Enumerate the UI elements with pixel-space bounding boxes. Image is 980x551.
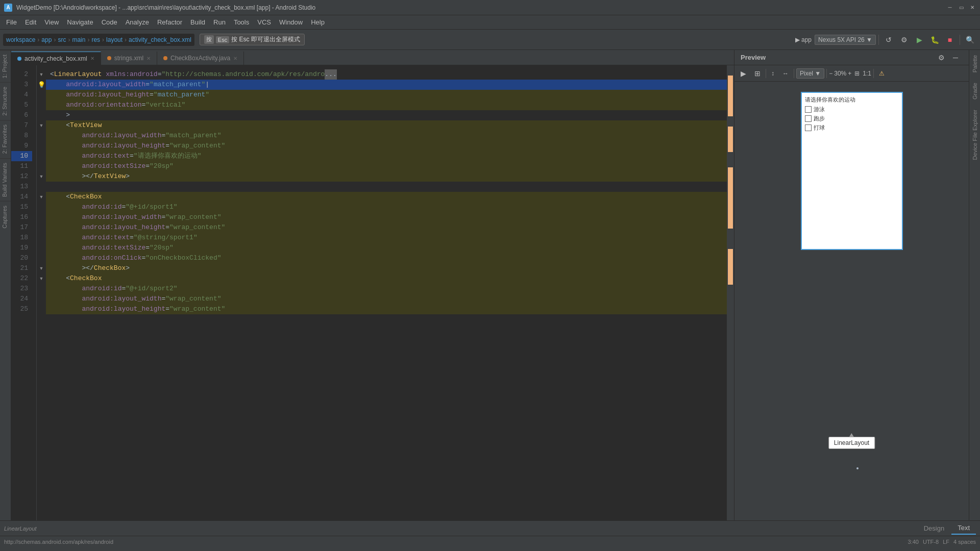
editor-tabs: activity_check_box.xml ✕ strings.xml ✕ C… [11,50,734,65]
window-controls: ─ ▭ ✕ [946,4,976,11]
preview-resize[interactable]: ↔ [779,69,792,78]
make-button[interactable]: ⚙ [897,33,911,47]
device-name: Nexus 5X API 26 [818,36,865,43]
tab-text[interactable]: Text [951,522,976,535]
app-icon: A [4,4,12,12]
tab-close-java[interactable]: ✕ [233,56,237,61]
tab-strings-xml[interactable]: strings.xml ✕ [101,52,157,65]
sidebar-item-build[interactable]: Build Variants [0,158,11,201]
sidebar-item-gradle[interactable]: Gradle [970,78,979,105]
status-url: http://schemas.android.com/apk/res/andro… [4,539,113,545]
phone-preview: 请选择你喜欢的运动 游泳 跑步 打球 [801,92,903,250]
bottom-breadcrumb: LinearLayout [4,525,37,532]
preview-checkbox-icon-1 [805,106,812,113]
layout-badge-label: LinearLayout [834,439,869,446]
debug-button[interactable]: 🐛 [927,33,942,47]
preview-checkbox-1: 游泳 [805,106,899,113]
maximize-button[interactable]: ▭ [958,4,965,11]
main-area: 1: Project 2: Structure 2: Favorites Bui… [0,50,980,520]
breadcrumb-app[interactable]: app [41,36,52,43]
zoom-out-button[interactable]: − [829,70,832,77]
code-line-5: android:orientation="vertical" [46,100,727,110]
menu-view[interactable]: View [40,17,63,27]
statusbar: http://schemas.android.com/apk/res/andro… [0,536,980,547]
preview-sep-4 [873,69,874,78]
code-line-24: android:layout_width="wrap_content" [46,294,727,304]
zoom-fit-button[interactable]: ⊞ [854,70,860,77]
menu-analyze[interactable]: Analyze [121,17,153,27]
breadcrumb-main[interactable]: main [72,36,85,43]
preview-sep-3 [826,69,827,78]
menu-code[interactable]: Code [97,17,121,27]
code-line-17: android:layout_height="wrap_content" [46,222,727,233]
preview-settings-button[interactable]: ⚙ [934,51,948,65]
breadcrumb: workspace › app › src › main › res › lay… [3,34,194,46]
menu-tools[interactable]: Tools [230,17,253,27]
tab-design[interactable]: Design [918,522,950,534]
breadcrumb-src[interactable]: src [58,36,66,43]
badge-arrow [849,433,854,437]
preview-close-button[interactable]: ─ [948,51,963,65]
sidebar-item-captures[interactable]: Captures [0,201,11,233]
zoom-in-button[interactable]: + [848,70,851,77]
status-indent: 4 spaces [953,539,976,545]
tab-activity-xml[interactable]: activity_check_box.xml ✕ [11,52,101,65]
minimize-button[interactable]: ─ [946,4,953,11]
breadcrumb-workspace[interactable]: workspace [6,36,35,43]
tab-label-java: CheckBoxActivity.java [170,55,230,62]
preview-warning-button[interactable]: ⚠ [876,69,888,78]
code-line-16: android:layout_width="wrap_content" [46,212,727,222]
menu-refactor[interactable]: Refactor [153,17,186,27]
menu-help[interactable]: Help [307,17,329,27]
breadcrumb-layout[interactable]: layout [106,36,122,43]
tab-close-xml[interactable]: ✕ [90,56,94,61]
toolbar: workspace › app › src › main › res › lay… [0,30,980,50]
stop-button[interactable]: ■ [943,33,957,47]
code-line-6: > [46,110,727,120]
zoom-control: − 30% + ⊞ 1:1 [829,70,871,77]
close-button[interactable]: ✕ [969,4,976,11]
menu-file[interactable]: File [2,17,21,27]
preview-mode-normal[interactable]: ▶ [738,68,749,79]
menu-build[interactable]: Build [186,17,209,27]
run-button[interactable]: ▶ [912,33,926,47]
layout-badge: LinearLayout [828,437,875,449]
breadcrumb-file[interactable]: activity_check_box.xml [129,36,191,43]
sidebar-item-structure[interactable]: 2: Structure [0,82,11,120]
preview-toolbar: ▶ ⊞ ↕ ↔ Pixel ▼ − 30% + ⊞ 1:1 ⚠ [734,65,969,82]
device-selector[interactable]: Nexus 5X API 26 ▼ [815,35,876,45]
code-editor[interactable]: 2 3 4 5 6 7 8 9 10 11 12 13 14 15 16 17 … [11,65,734,520]
preview-header: Preview ⚙ ─ [734,50,969,65]
sync-button[interactable]: ↺ [881,33,896,47]
preview-mode-blueprint[interactable]: ⊞ [751,68,764,79]
tab-icon-strings [107,56,111,60]
editor-container: activity_check_box.xml ✕ strings.xml ✕ C… [11,50,734,520]
tab-close-strings[interactable]: ✕ [146,56,151,61]
sidebar-item-device-file-explorer[interactable]: Device File Explorer [970,105,979,165]
layout-badge-container: LinearLayout [828,437,875,449]
zoom-actual-button[interactable]: 1:1 [863,70,871,77]
status-position: 3:40 [908,539,919,545]
menu-window[interactable]: Window [275,17,307,27]
menu-navigate[interactable]: Navigate [63,17,97,27]
preview-textview-label: 请选择你喜欢的运动 [805,96,899,104]
sidebar-item-project[interactable]: 1: Project [0,50,11,82]
menu-run[interactable]: Run [209,17,230,27]
sidebar-item-palette[interactable]: Palette [970,50,979,78]
menu-vcs[interactable]: VCS [253,17,275,27]
breadcrumb-res[interactable]: res [91,36,100,43]
code-line-20: android:onClick="onCheckboxClicked" [46,253,727,263]
code-line-23: android:id="@+id/sport2" [46,284,727,294]
preview-orientation[interactable]: ↕ [768,69,777,78]
code-line-25: android:layout_height="wrap_content" [46,304,727,314]
code-line-7: <TextView [46,120,727,131]
search-button[interactable]: 🔍 [963,33,977,47]
preview-device-selector[interactable]: Pixel ▼ [796,68,824,79]
code-content[interactable]: <LinearLayout xmlns:android="http://sche… [46,65,727,520]
line-numbers: 2 3 4 5 6 7 8 9 10 11 12 13 14 15 16 17 … [11,65,37,520]
tab-checkboxactivity[interactable]: CheckBoxActivity.java ✕ [157,52,244,65]
preview-cursor [856,467,859,469]
sidebar-item-favorites[interactable]: 2: Favorites [0,120,11,158]
menu-edit[interactable]: Edit [21,17,40,27]
preview-checkbox-label-3: 打球 [814,124,825,132]
